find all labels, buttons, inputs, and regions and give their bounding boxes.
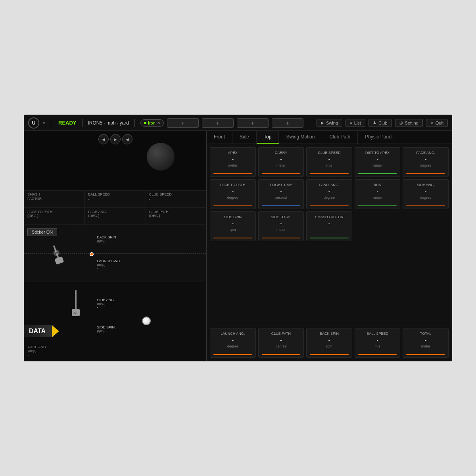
card-run-bar <box>358 205 397 206</box>
nav-list-btn[interactable]: ≡ List <box>345 119 365 127</box>
card-bottom-ball-speed-unit: m/s <box>374 344 380 348</box>
back-spin-group: BACK SPIN (rpm) - <box>97 235 116 247</box>
stats-row-2: FACE to PATH(deg.) - FACE ANG.(deg.) - C… <box>24 208 206 225</box>
card-face-to-path: FACE to PATH - degree <box>210 179 256 209</box>
media-play-btn[interactable]: ▶ <box>110 134 121 144</box>
card-club-speed-bar <box>310 173 349 174</box>
swing-icon: ▶ <box>321 121 324 125</box>
nav-quit-label: Quit <box>436 121 443 125</box>
add-tab-4[interactable]: + <box>272 118 303 128</box>
card-bottom-total-value: - <box>425 337 426 343</box>
dropdown-arrow[interactable]: ∨ <box>42 121 45 125</box>
card-bottom-back-spin-unit: rpm <box>326 344 332 348</box>
tab-club-path[interactable]: Club Path <box>322 131 358 144</box>
tag-close-icon[interactable]: ✕ <box>157 121 160 125</box>
card-dist-apex-unit: meter <box>373 163 382 167</box>
side-ang-group: SIDE ANG. (deg.) - <box>97 298 115 309</box>
side-ang-sub: (deg.) <box>97 302 115 305</box>
face-ang-value: - <box>88 218 142 223</box>
add-tab-1[interactable]: + <box>167 118 199 128</box>
card-bottom-back-spin-bar <box>310 354 349 355</box>
header-divider-2 <box>82 119 83 127</box>
card-side-spin-title: SIDE SPIN <box>224 215 242 219</box>
card-club-speed-title: CLUB SPEED <box>318 151 340 155</box>
club-speed-value: - <box>149 197 203 202</box>
card-side-ang-bar <box>406 205 445 206</box>
app-logo[interactable]: U <box>28 117 39 129</box>
launch-ang-label: LAUNCH ANG. <box>97 259 121 263</box>
media-controls: ◀ ▶ ◀ <box>98 134 132 144</box>
club-path-label: CLUB PATH(deg.) <box>149 210 203 219</box>
face-ang-bottom-label: FACE ANG. <box>28 345 47 349</box>
card-bottom-ball-speed-value: - <box>376 337 378 343</box>
card-face-to-path-value: - <box>232 188 234 194</box>
card-side-spin-bar <box>213 238 252 238</box>
card-side-ang-value: - <box>425 188 426 194</box>
nav-quit-btn[interactable]: ✕ Quit <box>426 119 448 127</box>
tag-dot <box>144 122 146 124</box>
ball-display <box>147 143 175 171</box>
sticker-on-btn[interactable]: Sticker ON <box>27 228 57 236</box>
card-bottom-back-spin-value: - <box>328 337 330 343</box>
card-flight-time-value: - <box>280 188 282 194</box>
card-side-total: SIDE TOTAL - meter <box>258 211 304 241</box>
nav-club-btn[interactable]: ♟ Club <box>369 119 392 127</box>
card-face-to-path-unit: degree <box>227 196 238 200</box>
setting-icon: ◎ <box>399 121 403 125</box>
nav-setting-label: Setting <box>405 121 418 125</box>
card-carry-unit: meter <box>276 163 286 167</box>
card-bottom-club-path-bar <box>262 354 301 355</box>
bottom-data-row: LAUNCH ANG. - degree CLUB PATH - degree … <box>207 325 452 361</box>
nav-swing-btn[interactable]: ▶ Swing <box>317 119 342 127</box>
back-spin-label: BACK SPIN <box>97 235 116 239</box>
media-back-btn[interactable]: ◀ <box>122 134 132 144</box>
card-bottom-launch-value: - <box>232 337 234 343</box>
card-bottom-total: TOTAL - meter <box>403 328 449 358</box>
card-side-ang-title: SIDE ANG. <box>417 183 435 187</box>
svg-rect-1 <box>54 256 64 265</box>
tab-top[interactable]: Top <box>257 131 279 144</box>
card-bottom-total-bar <box>406 354 445 355</box>
card-flight-time-bar <box>262 205 301 206</box>
face-ang-cell: FACE ANG.(deg.) - <box>85 208 146 225</box>
card-bottom-back-spin: BACK SPIN - rpm <box>306 328 352 358</box>
side-ang-label: SIDE ANG. <box>97 298 115 302</box>
stats-row-1: SMASHFACTOR - BALL SPEED - CLUB SPEED - <box>24 190 206 208</box>
svg-rect-4 <box>75 290 77 310</box>
main-content: ◀ ▶ ◀ SMASHFACTOR - BALL SPEED - CLUB SP… <box>24 131 452 361</box>
face-to-path-label: FACE to PATH(deg.) <box>27 210 81 219</box>
card-smash-factor-bar <box>310 238 349 238</box>
tab-swing-motion[interactable]: Swing Motion <box>279 131 322 144</box>
card-land-ang-title: LAND. ANG. <box>319 183 340 187</box>
tab-side[interactable]: Side <box>232 131 257 144</box>
svg-text:U: U <box>74 311 77 315</box>
ball-speed-value: - <box>88 197 142 202</box>
media-prev-btn[interactable]: ◀ <box>98 134 109 144</box>
card-bottom-launch-title: LAUNCH ANG. <box>221 332 245 336</box>
card-bottom-club-path-title: CLUB PATH <box>271 332 291 336</box>
back-spin-sub: (rpm) <box>97 239 116 243</box>
card-carry: CARRY - meter <box>258 147 304 177</box>
nav-club-label: Club <box>378 121 388 125</box>
face-ang-bottom-sub: (deg.) <box>28 349 47 353</box>
media-area: ◀ ▶ ◀ <box>24 131 206 190</box>
tab-physic-panel[interactable]: Physic Panel <box>358 131 400 144</box>
club-speed-label: CLUB SPEED <box>149 192 203 197</box>
card-dist-apex-bar <box>358 173 397 174</box>
back-spin-val: - <box>97 243 98 247</box>
add-tab-3[interactable]: + <box>237 118 269 128</box>
side-spin-sub: (rpm) <box>97 329 116 333</box>
data-banner: DATA <box>24 325 54 337</box>
ball-speed-label: BALL SPEED <box>88 192 142 197</box>
nav-setting-btn[interactable]: ◎ Setting <box>395 119 423 127</box>
card-land-ang-value: - <box>328 188 330 194</box>
card-face-ang-bar <box>406 173 445 174</box>
face-to-path-value: - <box>27 218 81 223</box>
add-tab-2[interactable]: + <box>202 118 234 128</box>
card-side-total-value: - <box>280 221 282 226</box>
card-dist-apex-value: - <box>376 156 378 162</box>
header-divider-3 <box>134 119 135 127</box>
iron-tag[interactable]: Iron ✕ <box>140 119 164 127</box>
vertical-guide <box>79 225 79 282</box>
tab-front[interactable]: Front <box>207 131 232 144</box>
